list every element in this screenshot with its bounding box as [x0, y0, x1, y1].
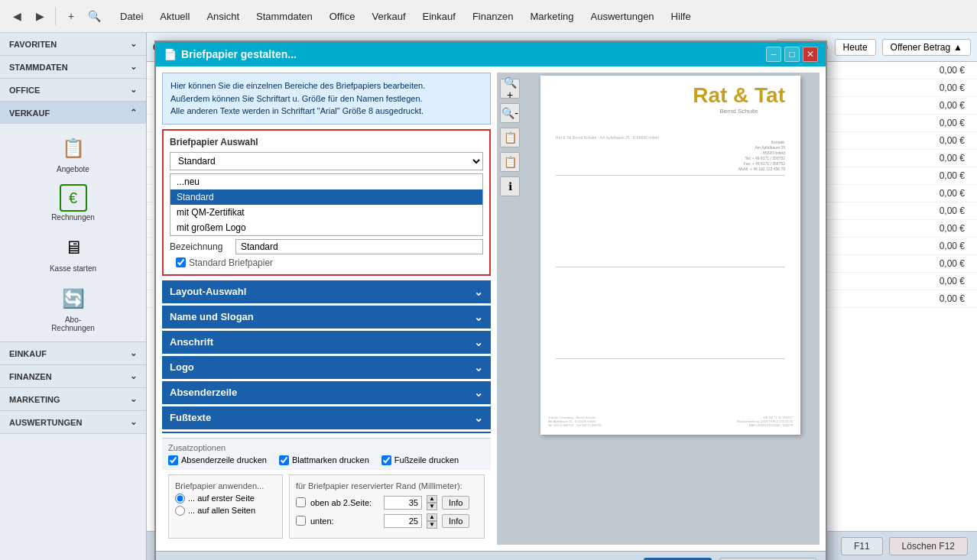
- section-anschrift[interactable]: Anschrift ⌄: [162, 331, 491, 354]
- sidebar-item-abo-rechnungen[interactable]: 🔄 Abo-Rechnungen: [43, 280, 104, 335]
- sidebar-item-kasse[interactable]: 🖥 Kasse starten: [43, 229, 104, 276]
- zoom-in-button[interactable]: 🔍+: [500, 79, 520, 99]
- dropdown-item-standard[interactable]: Standard: [170, 189, 482, 205]
- bezeichnung-row: Bezeichnung: [170, 239, 483, 254]
- preview-line-3: [556, 358, 785, 359]
- nav-back-button[interactable]: ◀: [6, 5, 28, 27]
- margin-unten-input[interactable]: [384, 514, 422, 528]
- checkbox-absenderzeile[interactable]: Absenderzeile drucken: [168, 455, 267, 465]
- sidebar-finanzen-header[interactable]: FINANZEN ⌄: [0, 365, 146, 387]
- section-absenderzeile[interactable]: Absenderzeile ⌄: [162, 381, 491, 404]
- sidebar-office-label: OFFICE: [9, 86, 40, 95]
- info-button[interactable]: ℹ: [500, 176, 520, 196]
- today-button[interactable]: Heute: [835, 39, 876, 56]
- abo-rechnungen-label: Abo-Rechnungen: [49, 316, 98, 332]
- ok-button[interactable]: OK F11: [644, 558, 712, 561]
- sidebar-section-einkauf: EINKAUF ⌄: [0, 342, 146, 365]
- sidebar-stammdaten-header[interactable]: STAMMDATEN ⌄: [0, 56, 146, 78]
- right-panel: 66 Gesamt Filter ⚙ Heute Offener Betrag …: [147, 33, 977, 560]
- cancel-button[interactable]: Abbrechen F12: [719, 558, 816, 561]
- dialog-minimize-button[interactable]: –: [766, 47, 781, 62]
- section-inhalte[interactable]: Inhalte ⌄: [162, 432, 491, 433]
- paste-button[interactable]: 📋: [500, 152, 520, 172]
- margin-unten-info-button[interactable]: Info: [442, 514, 469, 528]
- section-name-slogan[interactable]: Name und Slogan ⌄: [162, 306, 491, 329]
- sections-scroll: Layout-Auswahl ⌄ Name und Slogan ⌄ Ansch…: [162, 280, 491, 433]
- zoom-out-button[interactable]: 🔍-: [500, 103, 520, 123]
- section-anschrift-label: Anschrift: [170, 336, 213, 348]
- dialog-close-button[interactable]: ✕: [803, 47, 818, 62]
- dropdown-item-qm[interactable]: mit QM-Zertifikat: [170, 205, 482, 220]
- checkbox-blattmarken[interactable]: Blattmarken drucken: [279, 455, 369, 465]
- menu-marketing[interactable]: Marketing: [522, 8, 581, 25]
- nav-search-button[interactable]: 🔍: [83, 5, 105, 27]
- margin-row-unten: unten: ▲ ▼ Info: [296, 513, 478, 529]
- sidebar-einkauf-header[interactable]: EINKAUF ⌄: [0, 342, 146, 364]
- checkbox-fusszeile[interactable]: Fußzeile drucken: [381, 455, 459, 465]
- briefpapier-select[interactable]: Standard ...neu mit QM-Zertifikat mit gr…: [170, 152, 483, 170]
- main-layout: FAVORITEN ⌄ STAMMDATEN ⌄ OFFICE ⌄ VERKAU…: [0, 33, 977, 560]
- menu-hilfe[interactable]: Hilfe: [664, 8, 699, 25]
- margin-unten-checkbox[interactable]: [296, 516, 306, 526]
- section-logo[interactable]: Logo ⌄: [162, 356, 491, 379]
- sidebar-office-header[interactable]: OFFICE ⌄: [0, 79, 146, 101]
- section-logo-label: Logo: [170, 361, 194, 373]
- dropdown-item-neu[interactable]: ...neu: [170, 174, 482, 189]
- preview-line-2: [556, 267, 785, 267]
- anwenden-margin-row: Briefpapier anwenden... ... auf erster S…: [162, 474, 491, 545]
- footer-left: Schulte Consulting · Bernd Schulte Am Ap…: [548, 416, 602, 427]
- sidebar-marketing-header[interactable]: MARKETING ⌄: [0, 388, 146, 410]
- margin-oben-info-button[interactable]: Info: [442, 496, 469, 510]
- margin-oben-input[interactable]: [384, 496, 422, 510]
- copy-button[interactable]: 📋: [500, 128, 520, 147]
- radio-erste-seite-label: ... auf erster Seite: [188, 494, 255, 503]
- preview-contact: Kontakt: Am Apfelbaum 25 65820 Imfeld Te…: [738, 140, 785, 172]
- menu-aktuell[interactable]: Aktuell: [152, 8, 197, 25]
- briefpapier-select-row: Standard ...neu mit QM-Zertifikat mit gr…: [170, 152, 483, 170]
- menu-verkauf[interactable]: Verkauf: [364, 8, 413, 25]
- sidebar-favoriten-header[interactable]: FAVORITEN ⌄: [0, 33, 146, 55]
- sidebar-verkauf-header[interactable]: VERKAUF ⌃: [0, 102, 146, 124]
- menu-einkauf[interactable]: Einkauf: [415, 8, 463, 25]
- section-layout-auswahl[interactable]: Layout-Auswahl ⌄: [162, 280, 491, 303]
- offener-betrag-button[interactable]: Offener Betrag ▲: [882, 39, 971, 56]
- loeschen-button[interactable]: Löschen F12: [889, 537, 968, 555]
- menu-auswertungen[interactable]: Auswertungen: [583, 8, 661, 25]
- spin-down-btn[interactable]: ▼: [427, 521, 437, 529]
- preview-footer: Schulte Consulting · Bernd Schulte Am Ap…: [548, 416, 793, 427]
- nav-forward-button[interactable]: ▶: [29, 5, 50, 27]
- standard-bp-checkbox[interactable]: [176, 257, 186, 267]
- standard-bp-label: Standard Briefpapier: [189, 257, 273, 268]
- bezeichnung-input[interactable]: [235, 239, 483, 254]
- contact-line: Fax: + 49 6171 / 356752: [738, 161, 785, 167]
- menu-datei[interactable]: Datei: [112, 8, 151, 25]
- f11-button[interactable]: F11: [841, 537, 883, 555]
- sidebar-auswertungen-header[interactable]: AUSWERTUNGEN ⌄: [0, 411, 146, 433]
- spin-down-btn[interactable]: ▼: [427, 503, 437, 510]
- spin-up-btn[interactable]: ▲: [427, 495, 437, 503]
- logo-tat-text: Tat: [755, 83, 785, 107]
- dropdown-item-logo[interactable]: mit großem Logo: [170, 220, 482, 235]
- preview-subtitle: Bernd Schulte: [693, 108, 785, 115]
- nav-add-button[interactable]: +: [60, 5, 82, 27]
- checkbox-row: Absenderzeile drucken Blattmarken drucke…: [168, 455, 485, 465]
- spin-up-btn[interactable]: ▲: [427, 513, 437, 521]
- contact-line: Am Apfelbaum 25: [738, 145, 785, 151]
- kasse-label: Kasse starten: [50, 264, 96, 273]
- section-layout-label: Layout-Auswahl: [170, 286, 246, 297]
- sidebar-item-angebote[interactable]: 📋 Angebote: [43, 130, 104, 176]
- anwenden-title: Briefpapier anwenden...: [175, 481, 276, 490]
- radio-alle-seiten[interactable]: ... auf allen Seiten: [175, 506, 276, 516]
- radio-erste-seite[interactable]: ... auf erster Seite: [175, 494, 276, 503]
- menubar-separator: [55, 7, 56, 25]
- dialog-maximize-button[interactable]: □: [784, 47, 800, 62]
- section-fusstexte[interactable]: Fußtexte ⌄: [162, 406, 491, 429]
- section-absender-label: Absenderzeile: [170, 387, 237, 398]
- menu-stammdaten[interactable]: Stammdaten: [248, 8, 320, 25]
- sidebar-item-rechnungen[interactable]: € Rechnungen: [43, 181, 104, 225]
- menu-office[interactable]: Office: [322, 8, 363, 25]
- info-text-line1: Hier können Sie die einzelnen Bereiche d…: [170, 79, 482, 92]
- menu-ansicht[interactable]: Ansicht: [199, 8, 247, 25]
- margin-oben-checkbox[interactable]: [296, 497, 306, 507]
- menu-finanzen[interactable]: Finanzen: [465, 8, 521, 25]
